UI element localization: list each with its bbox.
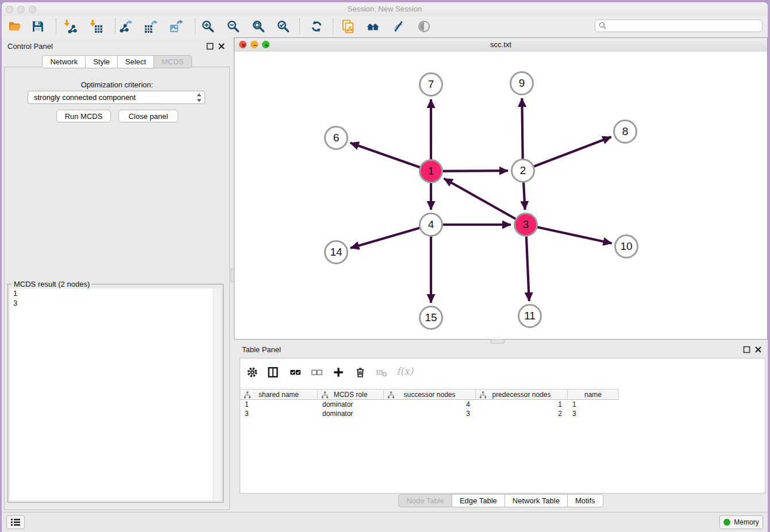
graph-edge-2-8[interactable] <box>523 137 611 171</box>
zoom-fit-icon <box>252 20 265 33</box>
import-table-button[interactable] <box>88 19 103 34</box>
mcds-panel: Optimization criterion: strongly connect… <box>4 67 230 510</box>
toolbar-separator <box>56 18 56 34</box>
graph-node-2[interactable]: 2 <box>511 159 535 183</box>
zoom-selected-button[interactable] <box>276 19 291 34</box>
open-folder-icon <box>8 20 22 33</box>
dropdown-stepper-icon <box>197 93 202 102</box>
close-panel-icon[interactable] <box>218 43 225 50</box>
table-cell[interactable]: dominator <box>318 409 384 418</box>
zoom-in-button[interactable] <box>201 19 215 34</box>
zoom-out-button[interactable] <box>226 19 241 34</box>
export-image-icon <box>170 20 183 33</box>
search-input[interactable] <box>609 21 760 31</box>
close-panel-icon[interactable] <box>754 346 762 353</box>
table-cell[interactable]: 1 <box>476 400 568 409</box>
delete-table-button-disabled <box>374 365 389 380</box>
graph-node-11[interactable]: 11 <box>518 304 542 328</box>
select-all-button[interactable] <box>288 365 303 380</box>
network-canvas[interactable]: 7968124314101511 <box>234 52 767 339</box>
table-row[interactable]: 3dominator323 <box>240 409 765 418</box>
tab-network[interactable]: Network <box>42 55 86 68</box>
run-mcds-button[interactable]: Run MCDS <box>56 110 111 122</box>
table-cell[interactable]: dominator <box>318 400 384 409</box>
export-image-button[interactable] <box>169 19 184 34</box>
close-panel-button[interactable]: Close panel <box>118 110 178 122</box>
graph-node-3[interactable]: 3 <box>514 213 538 237</box>
tab-select[interactable]: Select <box>118 55 154 68</box>
column-header-name[interactable]: name <box>568 389 619 400</box>
graph-node-10[interactable]: 10 <box>614 234 638 259</box>
graph-node-15[interactable]: 15 <box>419 306 443 330</box>
graph-node-7[interactable]: 7 <box>419 72 443 97</box>
export-network-icon <box>119 20 133 33</box>
float-panel-icon[interactable] <box>206 43 214 50</box>
column-header-successor-nodes[interactable]: successor nodes <box>384 389 476 400</box>
graph-node-8[interactable]: 8 <box>613 119 637 144</box>
float-panel-icon[interactable] <box>743 346 750 353</box>
mcds-result-title: MCDS result (2 nodes) <box>11 280 92 288</box>
search-field[interactable] <box>595 20 763 32</box>
result-scrollbar[interactable] <box>213 288 221 500</box>
table-row[interactable]: 1dominator411 <box>240 400 765 409</box>
open-session-button[interactable] <box>7 19 22 34</box>
save-session-button[interactable] <box>30 19 45 34</box>
graph-edges-svg <box>234 52 767 339</box>
memory-button[interactable]: Memory <box>719 515 763 529</box>
import-table-icon <box>89 20 103 33</box>
table-cell[interactable]: 3 <box>384 409 476 418</box>
table-panel-title: Table Panel <box>242 345 281 354</box>
column-header-MCDS-role[interactable]: MCDS role <box>318 389 384 400</box>
column-header-icon <box>387 391 395 399</box>
tab-style[interactable]: Style <box>86 55 118 68</box>
graph-edge-3-1[interactable] <box>444 179 526 225</box>
refresh-icon <box>310 20 324 33</box>
hide-details-button[interactable] <box>391 19 406 34</box>
column-header-predecessor-nodes[interactable]: predecessor nodes <box>476 389 568 400</box>
tab-edge-table[interactable]: Edge Table <box>452 494 505 507</box>
gear-icon <box>246 366 259 379</box>
table-cell[interactable]: 3 <box>568 409 619 418</box>
graph-edge-3-10[interactable] <box>526 225 612 243</box>
graph-edge-1-6[interactable] <box>351 143 431 171</box>
table-cell[interactable]: 1 <box>568 400 619 409</box>
home-button[interactable] <box>365 19 380 34</box>
graph-node-14[interactable]: 14 <box>324 240 348 264</box>
delete-row-button[interactable] <box>353 365 368 380</box>
level-of-detail-button[interactable] <box>417 19 432 34</box>
tab-node-table[interactable]: Node Table <box>398 494 452 507</box>
criterion-dropdown[interactable]: strongly connected component <box>28 91 205 104</box>
column-header-shared-name[interactable]: shared name <box>240 389 318 400</box>
table-settings-button[interactable] <box>245 365 260 380</box>
export-network-button[interactable] <box>118 19 133 34</box>
zoom-in-icon <box>201 20 215 33</box>
tab-mcds[interactable]: MCDS <box>154 55 191 68</box>
table-cell[interactable]: 2 <box>476 409 568 418</box>
clone-network-button[interactable] <box>341 19 356 34</box>
table-cell[interactable]: 3 <box>240 409 318 418</box>
deselect-all-button[interactable] <box>309 365 324 380</box>
add-row-button[interactable] <box>331 365 346 380</box>
app-titlebar: Session: New Session <box>2 2 768 16</box>
zoom-fit-button[interactable] <box>251 19 266 34</box>
graph-node-9[interactable]: 9 <box>510 71 534 95</box>
memory-label: Memory <box>734 518 759 526</box>
import-network-button[interactable] <box>63 19 78 34</box>
tab-network-table[interactable]: Network Table <box>505 494 568 507</box>
graph-node-6[interactable]: 6 <box>324 126 348 150</box>
list-icon <box>10 518 21 526</box>
table-cell[interactable]: 1 <box>240 400 318 409</box>
zoom-out-icon <box>226 20 240 33</box>
desktop-background: { "window": { "title": "Session: New Ses… <box>0 0 770 532</box>
refresh-layout-button[interactable] <box>309 19 324 34</box>
graph-node-1[interactable]: 1 <box>419 159 443 183</box>
show-column-button[interactable] <box>265 365 280 380</box>
graph-node-4[interactable]: 4 <box>419 213 443 237</box>
task-history-button[interactable] <box>6 515 25 529</box>
tab-motifs[interactable]: Motifs <box>568 494 603 507</box>
function-builder-icon: f(x) <box>396 365 413 377</box>
export-table-button[interactable] <box>144 19 159 34</box>
mcds-result-list[interactable]: 13 <box>10 288 221 500</box>
horizontal-splitter-handle[interactable] <box>491 339 505 344</box>
table-cell[interactable]: 4 <box>384 400 476 409</box>
